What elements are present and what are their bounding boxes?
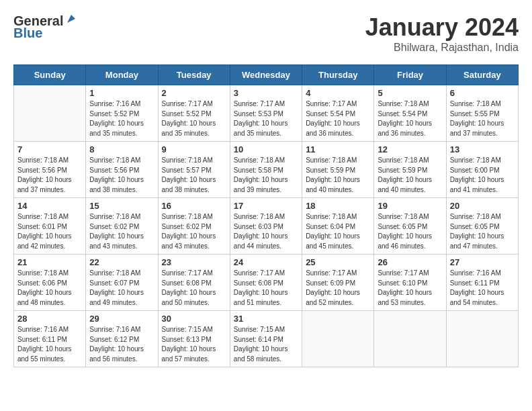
day-number: 15 [89,201,154,211]
day-info: Sunrise: 7:18 AMSunset: 5:54 PMDaylight:… [378,99,442,138]
day-number: 12 [378,144,442,154]
weekday-header: Thursday [302,65,374,85]
day-info: Sunrise: 7:18 AMSunset: 6:05 PMDaylight:… [378,212,442,251]
day-info: Sunrise: 7:18 AMSunset: 5:56 PMDaylight:… [17,156,82,195]
day-info: Sunrise: 7:15 AMSunset: 6:13 PMDaylight:… [162,325,226,364]
day-info: Sunrise: 7:17 AMSunset: 6:09 PMDaylight:… [306,269,370,308]
day-info: Sunrise: 7:18 AMSunset: 6:01 PMDaylight:… [17,212,82,251]
title-block: January 2024 Bhilwara, Rajasthan, India [365,13,519,54]
day-number: 7 [17,144,82,154]
day-info: Sunrise: 7:17 AMSunset: 5:54 PMDaylight:… [306,99,370,138]
calendar-cell: 28Sunrise: 7:16 AMSunset: 6:11 PMDayligh… [14,311,86,367]
calendar-week-row: 7Sunrise: 7:18 AMSunset: 5:56 PMDaylight… [14,142,519,198]
day-number: 31 [234,314,298,324]
calendar-cell: 1Sunrise: 7:16 AMSunset: 5:52 PMDaylight… [86,85,158,142]
day-info: Sunrise: 7:16 AMSunset: 6:12 PMDaylight:… [89,325,154,364]
day-number: 16 [162,201,226,211]
day-number: 28 [17,314,82,324]
day-number: 9 [162,144,226,154]
calendar-week-row: 21Sunrise: 7:18 AMSunset: 6:06 PMDayligh… [14,255,519,311]
weekday-header: Tuesday [158,65,230,85]
day-number: 2 [162,88,226,98]
calendar-cell [302,311,374,367]
day-number: 4 [306,88,370,98]
day-number: 29 [89,314,154,324]
calendar-cell: 2Sunrise: 7:17 AMSunset: 5:52 PMDaylight… [158,85,230,142]
calendar-cell: 15Sunrise: 7:18 AMSunset: 6:02 PMDayligh… [86,198,158,255]
day-info: Sunrise: 7:18 AMSunset: 6:06 PMDaylight:… [17,269,82,308]
calendar-cell: 13Sunrise: 7:18 AMSunset: 6:00 PMDayligh… [446,142,518,198]
month-title: January 2024 [365,13,519,42]
day-number: 17 [234,201,298,211]
day-info: Sunrise: 7:18 AMSunset: 5:59 PMDaylight:… [378,156,442,195]
weekday-header: Monday [86,65,158,85]
day-number: 25 [306,257,370,267]
day-number: 14 [17,201,82,211]
day-info: Sunrise: 7:18 AMSunset: 6:02 PMDaylight:… [89,212,154,251]
page-header: General Blue January 2024 Bhilwara, Raja… [13,13,519,54]
day-number: 23 [162,257,226,267]
calendar-cell: 19Sunrise: 7:18 AMSunset: 6:05 PMDayligh… [374,198,446,255]
calendar-week-row: 1Sunrise: 7:16 AMSunset: 5:52 PMDaylight… [14,85,519,142]
calendar-cell: 20Sunrise: 7:18 AMSunset: 6:05 PMDayligh… [446,198,518,255]
day-info: Sunrise: 7:18 AMSunset: 6:07 PMDaylight:… [89,269,154,308]
calendar-cell: 16Sunrise: 7:18 AMSunset: 6:02 PMDayligh… [158,198,230,255]
calendar-cell: 29Sunrise: 7:16 AMSunset: 6:12 PMDayligh… [86,311,158,367]
day-number: 22 [89,257,154,267]
calendar-cell: 4Sunrise: 7:17 AMSunset: 5:54 PMDaylight… [302,85,374,142]
weekday-header: Friday [374,65,446,85]
calendar-cell: 6Sunrise: 7:18 AMSunset: 5:55 PMDaylight… [446,85,518,142]
calendar-cell: 12Sunrise: 7:18 AMSunset: 5:59 PMDayligh… [374,142,446,198]
day-number: 3 [234,88,298,98]
calendar-cell: 14Sunrise: 7:18 AMSunset: 6:01 PMDayligh… [14,198,86,255]
logo-bird-icon [64,13,77,26]
day-number: 5 [378,88,442,98]
logo-text-blue: Blue [13,26,77,40]
calendar-cell: 11Sunrise: 7:18 AMSunset: 5:59 PMDayligh… [302,142,374,198]
day-number: 13 [450,144,515,154]
day-number: 18 [306,201,370,211]
day-info: Sunrise: 7:18 AMSunset: 6:00 PMDaylight:… [450,156,515,195]
day-number: 19 [378,201,442,211]
svg-marker-0 [67,15,75,23]
day-info: Sunrise: 7:18 AMSunset: 6:02 PMDaylight:… [162,212,226,251]
day-info: Sunrise: 7:18 AMSunset: 5:55 PMDaylight:… [450,99,515,138]
location-subtitle: Bhilwara, Rajasthan, India [365,42,519,54]
calendar-cell: 10Sunrise: 7:18 AMSunset: 5:58 PMDayligh… [230,142,302,198]
calendar-cell [374,311,446,367]
calendar-cell: 8Sunrise: 7:18 AMSunset: 5:56 PMDaylight… [86,142,158,198]
day-info: Sunrise: 7:18 AMSunset: 6:04 PMDaylight:… [306,212,370,251]
calendar-cell: 25Sunrise: 7:17 AMSunset: 6:09 PMDayligh… [302,255,374,311]
calendar-cell: 22Sunrise: 7:18 AMSunset: 6:07 PMDayligh… [86,255,158,311]
day-number: 1 [89,88,154,98]
calendar-cell: 23Sunrise: 7:17 AMSunset: 6:08 PMDayligh… [158,255,230,311]
day-info: Sunrise: 7:18 AMSunset: 5:59 PMDaylight:… [306,156,370,195]
day-number: 20 [450,201,515,211]
calendar-cell: 26Sunrise: 7:17 AMSunset: 6:10 PMDayligh… [374,255,446,311]
day-info: Sunrise: 7:18 AMSunset: 5:56 PMDaylight:… [89,156,154,195]
day-info: Sunrise: 7:18 AMSunset: 6:03 PMDaylight:… [234,212,298,251]
day-info: Sunrise: 7:18 AMSunset: 5:57 PMDaylight:… [162,156,226,195]
day-info: Sunrise: 7:17 AMSunset: 5:53 PMDaylight:… [234,99,298,138]
calendar-week-row: 28Sunrise: 7:16 AMSunset: 6:11 PMDayligh… [14,311,519,367]
calendar-table: SundayMondayTuesdayWednesdayThursdayFrid… [13,64,519,367]
day-info: Sunrise: 7:17 AMSunset: 6:08 PMDaylight:… [162,269,226,308]
weekday-header: Wednesday [230,65,302,85]
calendar-cell: 31Sunrise: 7:15 AMSunset: 6:14 PMDayligh… [230,311,302,367]
calendar-cell: 30Sunrise: 7:15 AMSunset: 6:13 PMDayligh… [158,311,230,367]
day-number: 11 [306,144,370,154]
day-number: 27 [450,257,515,267]
day-info: Sunrise: 7:16 AMSunset: 6:11 PMDaylight:… [450,269,515,308]
calendar-cell: 21Sunrise: 7:18 AMSunset: 6:06 PMDayligh… [14,255,86,311]
day-number: 10 [234,144,298,154]
calendar-cell: 17Sunrise: 7:18 AMSunset: 6:03 PMDayligh… [230,198,302,255]
day-info: Sunrise: 7:17 AMSunset: 6:10 PMDaylight:… [378,269,442,308]
calendar-cell [446,311,518,367]
calendar-cell: 27Sunrise: 7:16 AMSunset: 6:11 PMDayligh… [446,255,518,311]
calendar-cell: 3Sunrise: 7:17 AMSunset: 5:53 PMDaylight… [230,85,302,142]
day-number: 8 [89,144,154,154]
weekday-header: Saturday [446,65,518,85]
weekday-header-row: SundayMondayTuesdayWednesdayThursdayFrid… [14,65,519,85]
day-number: 24 [234,257,298,267]
calendar-cell: 7Sunrise: 7:18 AMSunset: 5:56 PMDaylight… [14,142,86,198]
